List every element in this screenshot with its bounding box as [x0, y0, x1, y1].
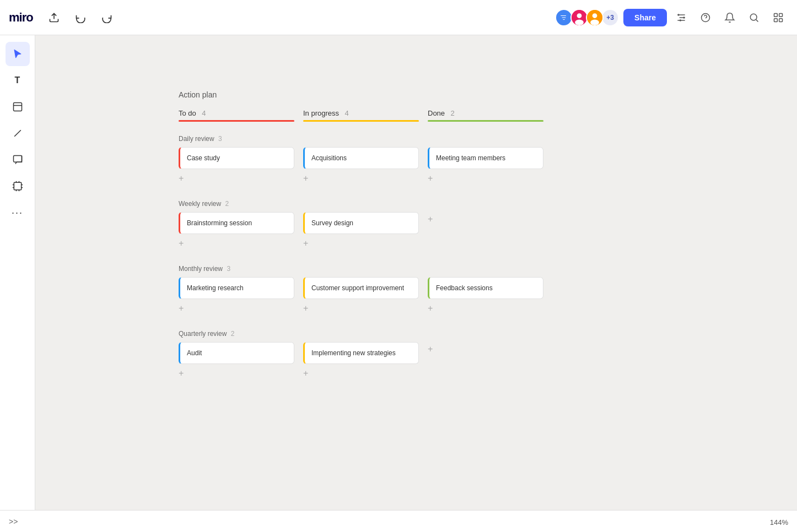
- canvas-area: Action plan To do 4 In progress 4 Done 2: [35, 35, 797, 532]
- svg-rect-23: [13, 156, 21, 162]
- line-tool[interactable]: [6, 121, 30, 145]
- avatar-extra-count[interactable]: +3: [601, 9, 619, 26]
- svg-line-22: [14, 130, 21, 137]
- share-button[interactable]: Share: [623, 9, 667, 26]
- svg-rect-21: [13, 103, 21, 111]
- comment-tool[interactable]: [6, 148, 30, 172]
- upload-button[interactable]: [44, 8, 64, 28]
- card-brainstorming[interactable]: Brainstorming session: [179, 212, 294, 234]
- svg-rect-18: [779, 13, 783, 17]
- card-audit[interactable]: Audit: [179, 342, 294, 364]
- board-title: Action plan: [179, 90, 575, 99]
- col-inprogress-line: [303, 120, 419, 122]
- kanban-board: Action plan To do 4 In progress 4 Done 2: [179, 90, 575, 387]
- notifications-icon[interactable]: [720, 8, 740, 28]
- col-done-name: Done: [428, 109, 445, 117]
- avatar-2[interactable]: [586, 9, 604, 26]
- card-meeting-team[interactable]: Meeting team members: [428, 147, 543, 169]
- select-tool[interactable]: [6, 42, 30, 66]
- undo-button[interactable]: [71, 8, 90, 28]
- zoom-level[interactable]: 144%: [770, 518, 788, 526]
- col-header-inprogress: In progress 4: [303, 108, 419, 125]
- svg-point-13: [683, 17, 685, 18]
- add-btn-weekly-todo[interactable]: +: [179, 236, 294, 251]
- svg-point-16: [750, 14, 757, 20]
- card-brainstorming-text: Brainstorming session: [187, 219, 252, 227]
- card-feedback-sessions-text: Feedback sessions: [436, 284, 493, 292]
- card-acquisitions[interactable]: Acquisitions: [303, 147, 419, 169]
- card-marketing-research[interactable]: Marketing research: [179, 277, 294, 299]
- sticky-tool[interactable]: [6, 95, 30, 119]
- frame-tool[interactable]: [6, 174, 30, 198]
- group-daily-cards: Case study Acquisitions Meeting team mem…: [179, 147, 575, 169]
- card-audit-text: Audit: [187, 349, 202, 357]
- col-done-line: [428, 120, 543, 122]
- card-customer-support[interactable]: Customer support improvement: [303, 277, 419, 299]
- search-icon[interactable]: [744, 8, 764, 28]
- svg-point-12: [677, 14, 679, 15]
- settings-icon[interactable]: [671, 8, 691, 28]
- group-weekly-add-row: + +: [179, 234, 575, 257]
- left-sidebar: T ···: [0, 35, 35, 532]
- add-btn-quarterly-done-pad: [428, 366, 543, 381]
- group-monthly-cards: Marketing research Customer support impr…: [179, 277, 575, 299]
- add-btn-monthly-todo[interactable]: +: [179, 301, 294, 316]
- card-feedback-sessions[interactable]: Feedback sessions: [428, 277, 543, 299]
- add-btn-quarterly-done-inline[interactable]: +: [428, 342, 433, 356]
- more-tools[interactable]: ···: [6, 200, 30, 225]
- add-btn-daily-inprogress[interactable]: +: [303, 171, 419, 186]
- add-btn-monthly-inprogress[interactable]: +: [303, 301, 419, 316]
- add-btn-daily-done[interactable]: +: [428, 171, 543, 186]
- col-todo-name: To do: [179, 109, 196, 117]
- svg-rect-24: [14, 182, 21, 189]
- group-quarterly-review: Quarterly review 2 Audit Implementing ne…: [179, 322, 575, 387]
- add-btn-weekly-done-inline[interactable]: +: [428, 212, 433, 226]
- topbar-right: +3 Share: [555, 8, 788, 28]
- card-survey-design[interactable]: Survey design: [303, 212, 419, 234]
- col-header-todo: To do 4: [179, 108, 294, 125]
- group-quarterly-label: Quarterly review 2: [179, 322, 575, 342]
- add-btn-daily-todo[interactable]: +: [179, 171, 294, 186]
- columns-header: To do 4 In progress 4 Done 2: [179, 108, 575, 125]
- bottom-bar: >> 144%: [0, 510, 797, 532]
- svg-point-5: [575, 19, 584, 25]
- menu-icon[interactable]: [768, 8, 788, 28]
- add-btn-quarterly-inprogress[interactable]: +: [303, 366, 419, 381]
- group-monthly-label: Monthly review 3: [179, 257, 575, 277]
- help-icon[interactable]: [696, 8, 715, 28]
- group-monthly-count: 3: [227, 265, 230, 273]
- card-meeting-team-text: Meeting team members: [436, 154, 505, 162]
- col-done-count: 2: [451, 109, 455, 117]
- group-weekly-label: Weekly review 2: [179, 192, 575, 212]
- add-btn-weekly-inprogress[interactable]: +: [303, 236, 419, 251]
- col-inprogress-name: In progress: [303, 109, 339, 117]
- group-weekly-review: Weekly review 2 Brainstorming session Su…: [179, 192, 575, 257]
- group-daily-review: Daily review 3 Case study Acquisitions M…: [179, 127, 575, 192]
- card-quarterly-done-empty: +: [428, 342, 543, 356]
- group-quarterly-cards: Audit Implementing new strategies +: [179, 342, 575, 364]
- expand-icon[interactable]: >>: [9, 517, 18, 526]
- card-weekly-done-empty: +: [428, 212, 543, 226]
- group-daily-add-row: + + +: [179, 169, 575, 192]
- miro-logo: miro: [9, 10, 33, 25]
- card-survey-design-text: Survey design: [311, 219, 353, 227]
- card-implementing-strategies[interactable]: Implementing new strategies: [303, 342, 419, 364]
- svg-point-8: [590, 19, 599, 25]
- svg-point-7: [593, 13, 597, 18]
- group-daily-count: 3: [218, 135, 222, 143]
- svg-rect-19: [774, 18, 778, 21]
- card-case-study[interactable]: Case study: [179, 147, 294, 169]
- text-tool[interactable]: T: [6, 68, 30, 93]
- add-btn-quarterly-todo[interactable]: +: [179, 366, 294, 381]
- svg-point-15: [702, 13, 710, 21]
- redo-button[interactable]: [97, 8, 117, 28]
- group-weekly-count: 2: [225, 200, 229, 208]
- group-weekly-cards: Brainstorming session Survey design +: [179, 212, 575, 234]
- col-todo-line: [179, 120, 294, 122]
- col-inprogress-count: 4: [345, 109, 349, 117]
- card-implementing-strategies-text: Implementing new strategies: [311, 349, 396, 357]
- add-btn-weekly-done-pad: [428, 236, 543, 251]
- svg-point-14: [680, 19, 681, 21]
- svg-point-4: [577, 13, 582, 18]
- add-btn-monthly-done[interactable]: +: [428, 301, 543, 316]
